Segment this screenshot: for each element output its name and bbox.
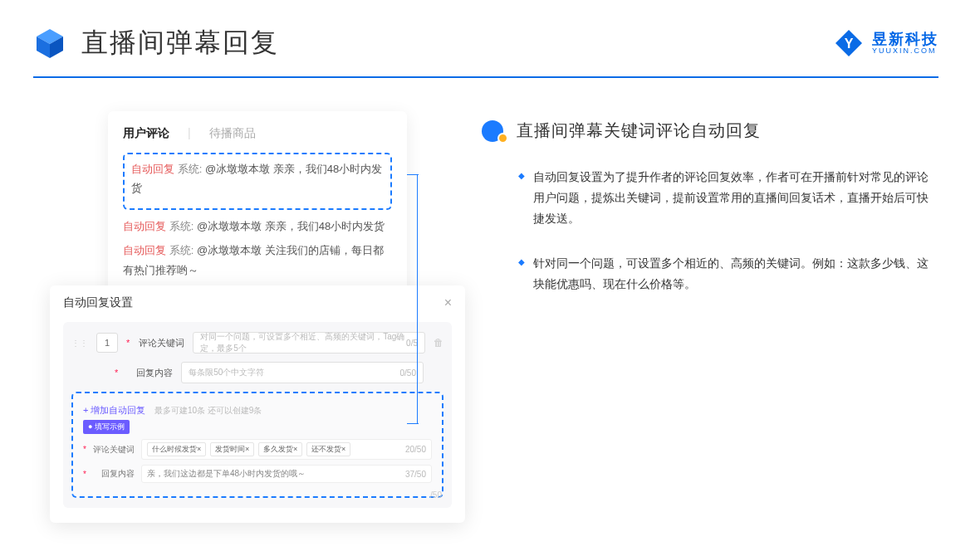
extra-count: /50 xyxy=(430,490,442,500)
section-title: 直播间弹幕关键词评论自动回复 xyxy=(517,119,761,142)
example-badge: ● 填写示例 xyxy=(83,420,130,434)
comments-tabs: 用户评论 | 待播商品 xyxy=(123,126,392,141)
settings-header: 自动回复设置 × xyxy=(63,295,452,315)
cube-icon xyxy=(33,27,66,60)
auto-reply-tag: 自动回复 xyxy=(123,220,166,232)
tag-chip[interactable]: 还不发货× xyxy=(306,442,350,456)
tag-chip[interactable]: 发货时间× xyxy=(210,442,254,456)
tag-chip[interactable]: 多久发货× xyxy=(258,442,302,456)
ex-keyword-label: 评论关键词 xyxy=(93,444,135,456)
ex-content-box: 亲，我们这边都是下单48小时内发货的哦～ 37/50 xyxy=(141,465,432,483)
comment-row: 自动回复 系统: @冰墩墩本墩 亲亲，我们48小时内发货 xyxy=(131,159,384,198)
settings-body: ⋮⋮ 1 * 评论关键词 对同一个问题，可设置多个相近、高频的关键词，Tag确定… xyxy=(63,322,452,508)
tag-chip[interactable]: 什么时候发货× xyxy=(147,442,206,456)
header-left: 直播间弹幕回复 xyxy=(33,25,279,61)
tab-user-comments[interactable]: 用户评论 xyxy=(123,126,169,141)
tag-list: 什么时候发货× 发货时间× 多久发货× 还不发货× xyxy=(147,442,352,456)
right-column: 直播间弹幕关键词评论自动回复 自动回复设置为了提升作者的评论回复效率，作者可在开… xyxy=(482,111,938,318)
keyword-count: 0/5 xyxy=(406,339,418,348)
bullet-item: 自动回复设置为了提升作者的评论回复效率，作者可在开播前针对常见的评论用户问题，提… xyxy=(518,167,938,230)
required-dot: * xyxy=(83,445,86,454)
page-header: 直播间弹幕回复 Y 昱新科技 YUUXIN.COM xyxy=(0,0,980,70)
ex-keyword-tags: 什么时候发货× 发货时间× 多久发货× 还不发货× 20/50 xyxy=(141,439,432,460)
connector-line xyxy=(407,423,419,424)
ex-keyword-count: 20/50 xyxy=(405,445,426,454)
item-number: 1 xyxy=(96,333,118,353)
ex-content-count: 37/50 xyxy=(405,470,426,479)
keyword-placeholder: 对同一个问题，可设置多个相近、高频的关键词，Tag确定，最多5个 xyxy=(200,331,406,354)
example-content-row: * 回复内容 亲，我们这边都是下单48小时内发货的哦～ 37/50 xyxy=(83,465,432,483)
comment-row: 自动回复 系统: @冰墩墩本墩 亲亲，我们48小时内发货 xyxy=(123,217,392,236)
system-tag: 系统: xyxy=(169,244,194,256)
highlighted-comment: 自动回复 系统: @冰墩墩本墩 亲亲，我们48小时内发货 xyxy=(123,153,392,210)
brand-text: 昱新科技 YUUXIN.COM xyxy=(872,32,938,55)
ex-content-label: 回复内容 xyxy=(93,468,135,480)
settings-panel: 自动回复设置 × ⋮⋮ 1 * 评论关键词 对同一个问题，可设置多个相近、高频的… xyxy=(50,285,465,523)
keyword-label: 评论关键词 xyxy=(138,337,184,349)
settings-title: 自动回复设置 xyxy=(63,295,133,310)
content-placeholder: 每条限50个中文字符 xyxy=(189,367,264,378)
trash-icon[interactable]: 🗑 xyxy=(434,337,443,349)
system-tag: 系统: xyxy=(169,220,194,232)
example-box: + 增加自动回复 最多可建10条 还可以创建9条 ● 填写示例 * 评论关键词 … xyxy=(71,392,443,498)
bullet-list: 自动回复设置为了提升作者的评论回复效率，作者可在开播前针对常见的评论用户问题，提… xyxy=(482,167,938,295)
bullet-item: 针对同一个问题，可设置多个相近的、高频的关键词。例如：这款多少钱、这块能优惠吗、… xyxy=(518,253,938,295)
left-column: 用户评论 | 待播商品 自动回复 系统: @冰墩墩本墩 亲亲，我们48小时内发货… xyxy=(50,111,457,318)
keyword-input[interactable]: 对同一个问题，可设置多个相近、高频的关键词，Tag确定，最多5个 0/5 xyxy=(193,332,425,354)
comments-panel: 用户评论 | 待播商品 自动回复 系统: @冰墩墩本墩 亲亲，我们48小时内发货… xyxy=(108,111,407,303)
add-hint: 最多可建10条 还可以创建9条 xyxy=(154,406,262,415)
example-keyword-row: * 评论关键词 什么时候发货× 发货时间× 多久发货× 还不发货× 20/50 xyxy=(83,439,432,460)
page-title: 直播间弹幕回复 xyxy=(81,25,279,61)
brand-cn: 昱新科技 xyxy=(872,32,938,46)
content-count: 0/50 xyxy=(400,368,416,378)
section-head: 直播间弹幕关键词评论自动回复 xyxy=(482,119,938,142)
bubble-icon xyxy=(482,120,507,142)
system-tag: 系统: xyxy=(178,163,203,175)
brand-logo: Y 昱新科技 YUUXIN.COM xyxy=(834,28,938,58)
add-auto-reply-link[interactable]: + 增加自动回复 xyxy=(83,405,145,415)
tab-pending-goods[interactable]: 待播商品 xyxy=(209,126,256,141)
tab-separator: | xyxy=(188,126,191,141)
form-row-keyword: ⋮⋮ 1 * 评论关键词 对同一个问题，可设置多个相近、高频的关键词，Tag确定… xyxy=(71,332,443,354)
close-icon[interactable]: × xyxy=(444,295,452,310)
required-dot: * xyxy=(83,470,86,479)
content-label: 回复内容 xyxy=(126,367,173,379)
content-input[interactable]: 每条限50个中文字符 0/50 xyxy=(181,362,424,383)
svg-text:Y: Y xyxy=(845,37,854,51)
form-row-content: * 回复内容 每条限50个中文字符 0/50 xyxy=(71,362,443,383)
brand-en: YUUXIN.COM xyxy=(872,46,937,55)
auto-reply-tag: 自动回复 xyxy=(123,244,166,256)
auto-reply-tag: 自动回复 xyxy=(131,163,174,175)
ex-content-text: 亲，我们这边都是下单48小时内发货的哦～ xyxy=(147,468,306,480)
drag-icon[interactable]: ⋮⋮ xyxy=(71,339,88,348)
comment-text: @冰墩墩本墩 亲亲，我们48小时内发货 xyxy=(197,220,385,232)
comment-row: 自动回复 系统: @冰墩墩本墩 关注我们的店铺，每日都有热门推荐哟～ xyxy=(123,241,392,280)
main-content: 用户评论 | 待播商品 自动回复 系统: @冰墩墩本墩 亲亲，我们48小时内发货… xyxy=(0,78,980,318)
required-dot: * xyxy=(115,368,118,378)
connector-line xyxy=(417,174,418,423)
required-dot: * xyxy=(126,338,130,348)
diamond-icon: Y xyxy=(834,28,864,58)
add-row: + 增加自动回复 最多可建10条 还可以创建9条 xyxy=(83,402,432,417)
